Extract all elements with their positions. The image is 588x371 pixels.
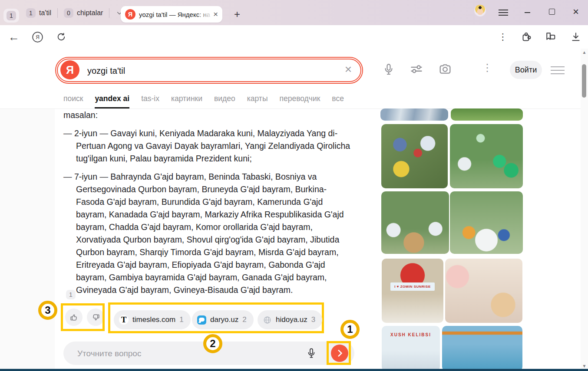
highlight-box-submit: [327, 341, 351, 365]
tab-group-counter[interactable]: 1: [3, 9, 19, 23]
globe-icon: [263, 315, 272, 325]
browser-window: 1 1 ta'til 0 chiptalar Я yozgi ta'til — …: [0, 0, 588, 371]
services-menu-icon[interactable]: [551, 65, 565, 76]
downloads-icon[interactable]: [570, 31, 582, 43]
source-label: timesles.com: [132, 315, 175, 324]
nav-tab-yandex-ai[interactable]: yandex ai: [95, 94, 129, 108]
tab-close-icon[interactable]: ×: [213, 10, 218, 19]
svg-text:Я: Я: [36, 34, 40, 40]
tab-group-count-badge: 1: [7, 11, 16, 20]
answer-intro: masalan:: [63, 109, 353, 121]
search-settings-icon[interactable]: [409, 62, 424, 76]
source-number: 3: [311, 315, 315, 324]
nav-tab-karty[interactable]: карты: [247, 94, 268, 107]
source-label: hidoya.uz: [276, 315, 307, 324]
photo-pool-kids[interactable]: [442, 326, 522, 371]
clear-search-icon[interactable]: ×: [345, 63, 352, 76]
tab-count-badge: 1: [26, 8, 36, 18]
pinned-tab-chiptalar[interactable]: 0 chiptalar: [64, 8, 103, 18]
scrollbar-thumb[interactable]: [582, 64, 586, 98]
highlight-box-feedback: [61, 303, 105, 331]
tab-count-badge: 0: [64, 8, 73, 18]
nav-tab-kartinki[interactable]: картинки: [171, 94, 202, 107]
toolbar-overflow-icon[interactable]: ⋮: [499, 30, 507, 43]
photo-zomin-sunrise-camp[interactable]: I ♥ ZOMIN SUNRISE: [382, 259, 443, 323]
timesles-logo-icon: T: [119, 315, 129, 325]
pinned-tab-tatil[interactable]: 1 ta'til: [26, 8, 51, 18]
scroll-up-icon[interactable]: ▲: [581, 50, 588, 55]
nav-tab-video[interactable]: видео: [214, 94, 235, 107]
daryo-logo-icon: [197, 315, 206, 325]
extensions-puzzle-icon[interactable]: [520, 31, 532, 43]
tab-divider: [109, 8, 109, 18]
annotation-step-3: 3: [38, 301, 57, 320]
minimize-button[interactable]: [522, 8, 532, 17]
active-tab[interactable]: Я yozgi ta'til — Яндекс: на ×: [121, 6, 222, 23]
photo-chess-in-park[interactable]: [381, 191, 449, 254]
photo-kids-outdoor-partial[interactable]: [380, 108, 448, 121]
tab-label: chiptalar: [77, 9, 103, 17]
active-tab-title: yozgi ta'til — Яндекс: на: [139, 11, 212, 18]
answer-item-june2: — 2-iyun — Gavayi kuni, Keniyada Madarak…: [63, 127, 353, 165]
followup-mic-icon[interactable]: [306, 346, 317, 361]
photo-green-balloons-event[interactable]: [450, 124, 523, 188]
window-close-button[interactable]: ×: [571, 6, 581, 17]
photo-park-grass-partial[interactable]: [451, 108, 523, 121]
ai-answer-text: masalan: — 2-iyun — Gavayi kuni, Keniyad…: [63, 109, 353, 296]
photo-xush-kelibsiz-arch[interactable]: XUSH KELIBSI: [382, 326, 440, 371]
photo-kids-circle-hands[interactable]: [381, 124, 448, 188]
xush-kelibsiz-sign: XUSH KELIBSI: [382, 332, 440, 337]
citation-badge[interactable]: 1: [66, 290, 76, 299]
annotation-step-2: 2: [203, 334, 222, 353]
search-more-icon[interactable]: ⋮: [482, 62, 489, 77]
source-chip-daryo[interactable]: daryo.uz 2: [192, 310, 254, 329]
tab-label: ta'til: [39, 9, 51, 17]
search-box[interactable]: Я ×: [55, 57, 363, 84]
followup-input[interactable]: [76, 341, 304, 366]
search-input[interactable]: [86, 58, 331, 84]
tab-strip: 1 1 ta'til 0 chiptalar Я yozgi ta'til — …: [0, 0, 588, 25]
collections-icon[interactable]: [545, 31, 557, 43]
yandex-logo[interactable]: Я: [60, 60, 79, 79]
browser-toolbar: ← Я yandex.uz yozgi ta'til — Яндекс: наш…: [0, 25, 588, 49]
yandex-browser-icon[interactable]: Я: [32, 31, 43, 43]
nav-tab-poisk[interactable]: поиск: [63, 94, 83, 107]
answer-item-june7: — 7-iyun — Bahraynda G'ajd bayram, Benin…: [63, 171, 353, 296]
new-tab-button[interactable]: +: [229, 7, 245, 22]
photo-kids-raised-hands[interactable]: [450, 191, 523, 254]
nav-tab-tas-ix[interactable]: tas-ix: [141, 94, 159, 107]
browser-menu-button[interactable]: [498, 8, 509, 17]
nav-tab-vse[interactable]: все: [332, 94, 344, 107]
image-search-camera-icon[interactable]: [438, 62, 453, 76]
annotation-step-1: 1: [340, 320, 360, 339]
maximize-button[interactable]: [547, 7, 557, 16]
tab-divider: [57, 8, 58, 18]
search-header: Я × ⋮ Войти поиск yandex ai tas-ix карти…: [0, 49, 588, 109]
source-label: daryo.uz: [210, 315, 238, 324]
source-chip-timesles[interactable]: T timesles.com 1: [114, 310, 191, 329]
back-icon[interactable]: ←: [8, 29, 20, 45]
zomin-sunrise-sign: I ♥ ZOMIN SUNRISE: [390, 282, 435, 291]
source-chip-hidoya[interactable]: hidoya.uz 3: [258, 310, 322, 329]
voice-search-icon[interactable]: [382, 62, 395, 77]
yandex-favicon: Я: [125, 9, 135, 20]
source-number: 1: [179, 315, 183, 324]
scroll-down-icon[interactable]: ▼: [581, 364, 588, 368]
nav-tab-perevodchik[interactable]: переводчик: [279, 94, 320, 107]
refresh-icon[interactable]: [56, 31, 67, 43]
login-button[interactable]: Войти: [510, 61, 542, 79]
search-nav-tabs: поиск yandex ai tas-ix картинки видео ка…: [63, 94, 344, 108]
profile-avatar[interactable]: [474, 5, 486, 16]
photo-checkers-indoor[interactable]: [445, 259, 522, 323]
highlight-box-sources: T timesles.com 1 daryo.uz 2 hidoya.uz 3: [108, 302, 324, 333]
taskbar-edge: [0, 369, 588, 371]
left-gutter: [0, 109, 55, 369]
source-number: 2: [242, 315, 246, 324]
